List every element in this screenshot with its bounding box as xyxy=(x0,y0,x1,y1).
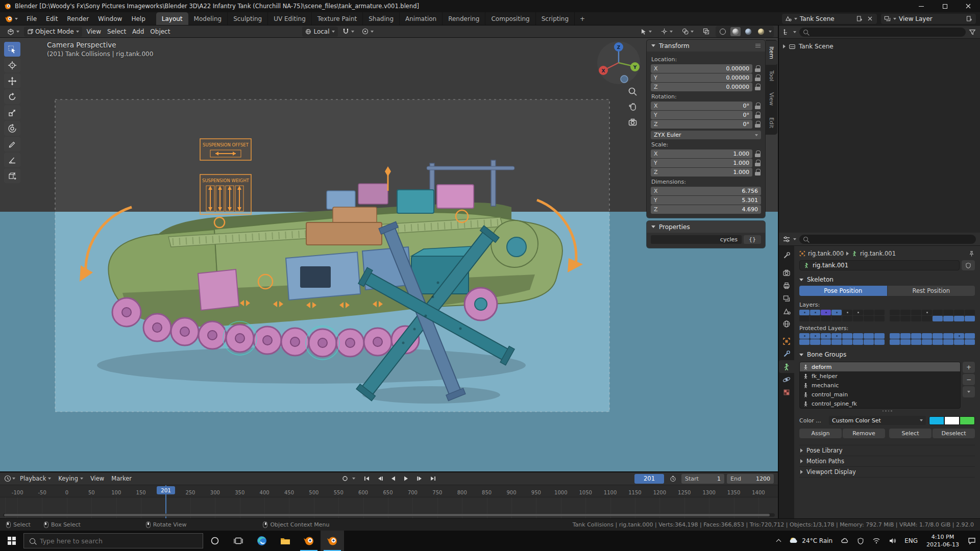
tool-cursor[interactable] xyxy=(4,58,20,72)
tool-annotate[interactable] xyxy=(4,137,20,152)
close-button[interactable] xyxy=(957,0,980,12)
maximize-button[interactable] xyxy=(933,0,957,12)
protected-layer-toggle[interactable] xyxy=(799,339,810,345)
armature-layer-toggle[interactable] xyxy=(900,310,911,315)
workspace-tab[interactable]: Animation xyxy=(400,12,443,25)
topbar-menu[interactable]: Render xyxy=(62,12,93,25)
npanel-tab[interactable]: Edit xyxy=(766,112,777,134)
topbar-menu[interactable]: Window xyxy=(93,12,127,25)
view-layer-selector[interactable]: View Layer xyxy=(881,14,976,24)
topbar-menu[interactable]: Help xyxy=(127,12,150,25)
tool-rotate[interactable] xyxy=(4,89,20,104)
npanel-tab[interactable]: Tool xyxy=(766,65,777,87)
bone-group-specials-button[interactable] xyxy=(963,386,975,397)
tool-measure[interactable] xyxy=(4,153,20,167)
protected-layer-toggle[interactable] xyxy=(965,333,975,339)
protected-layer-toggle[interactable] xyxy=(900,333,911,339)
topbar-menu[interactable]: File xyxy=(22,12,41,25)
tool-transform[interactable] xyxy=(4,121,20,136)
protected-layer-toggle[interactable] xyxy=(954,339,964,345)
bone-group-item[interactable]: deform xyxy=(800,362,960,371)
bone-group-action-button[interactable]: Deselect xyxy=(933,429,975,438)
shading-solid-button[interactable] xyxy=(730,27,741,36)
protected-layer-toggle[interactable] xyxy=(874,339,885,345)
blender-active-taskbar-button[interactable] xyxy=(321,531,344,551)
armature-layer-toggle[interactable] xyxy=(799,316,810,321)
protected-layer-toggle[interactable] xyxy=(874,333,885,339)
transform-orientation-selector[interactable]: Local xyxy=(302,27,337,37)
previous-keyframe-button[interactable] xyxy=(374,474,386,484)
armature-layer-toggle[interactable] xyxy=(890,316,900,321)
rest-position-button[interactable]: Rest Position xyxy=(888,286,975,296)
protected-layer-toggle[interactable] xyxy=(943,339,953,345)
lock-icon[interactable] xyxy=(754,74,761,81)
timeline-scrollbar[interactable] xyxy=(3,513,775,517)
properties-panel-header[interactable]: Properties xyxy=(647,221,765,233)
armature-datablock-field[interactable]: rig.tank.001 xyxy=(799,260,960,270)
npanel-tab[interactable]: View xyxy=(766,87,777,111)
rotation-mode-dropdown[interactable]: ZYX Euler xyxy=(651,131,761,139)
bone-groups-panel-header[interactable]: Bone Groups xyxy=(799,349,975,360)
properties-search-input[interactable] xyxy=(811,236,972,242)
protected-layer-toggle[interactable] xyxy=(965,339,975,345)
number-field[interactable]: X 0° xyxy=(651,102,752,110)
blender-taskbar-button[interactable] xyxy=(297,531,321,551)
fake-user-shield-button[interactable] xyxy=(962,260,975,270)
color-set-dropdown[interactable]: Custom Color Set xyxy=(829,416,926,425)
pan-hand-icon[interactable] xyxy=(628,102,638,112)
bone-group-action-button[interactable]: Select xyxy=(889,429,932,438)
protected-layer-toggle[interactable] xyxy=(933,339,943,345)
security-tray-icon[interactable] xyxy=(853,531,868,551)
lock-icon[interactable] xyxy=(754,84,761,90)
number-field[interactable]: Y 1.000 xyxy=(651,159,752,167)
protected-layer-toggle[interactable] xyxy=(821,333,831,339)
workspace-tab[interactable]: Layout xyxy=(156,12,188,25)
armature-layer-toggle[interactable] xyxy=(853,310,863,315)
tool-add-primitive[interactable] xyxy=(4,168,20,183)
action-center-button[interactable] xyxy=(964,531,980,551)
transform-panel-header[interactable]: Transform xyxy=(647,40,765,52)
collapsed-panel-header[interactable]: Viewport Display xyxy=(799,467,975,478)
lock-icon[interactable] xyxy=(754,151,761,157)
lock-icon[interactable] xyxy=(754,65,761,72)
bone-group-item[interactable]: mechanic xyxy=(800,381,960,390)
armature-layer-toggle[interactable] xyxy=(864,316,874,321)
proportional-edit-toggle[interactable] xyxy=(359,27,377,37)
protected-layer-toggle[interactable] xyxy=(911,333,921,339)
bone-group-action-button[interactable]: Remove xyxy=(843,429,885,438)
workspace-tab[interactable]: Compositing xyxy=(485,12,535,25)
protected-layer-toggle[interactable] xyxy=(911,339,921,345)
armature-layer-toggle[interactable] xyxy=(933,316,943,321)
shading-wireframe-button[interactable] xyxy=(718,27,728,36)
protected-layer-toggle[interactable] xyxy=(922,339,932,345)
3d-viewport[interactable]: SUSPENSION OFFSET SUSPENSION WEIGHT xyxy=(0,38,778,471)
timeline-ruler[interactable]: -100-50050100150200250300350400450500550… xyxy=(0,485,778,497)
normal-color-swatch[interactable] xyxy=(929,416,944,425)
number-field[interactable]: Y 0° xyxy=(651,111,752,119)
timeline-menu[interactable]: Keying xyxy=(55,475,87,482)
remove-bone-group-button[interactable]: − xyxy=(963,374,975,385)
start-button[interactable] xyxy=(0,531,23,551)
number-field[interactable]: Z 1.000 xyxy=(651,168,752,177)
tool-scale[interactable] xyxy=(4,105,20,120)
lock-icon[interactable] xyxy=(754,160,761,166)
tab-output[interactable] xyxy=(779,279,794,292)
armature-layer-toggle[interactable] xyxy=(842,310,852,315)
timeline-editor-icon[interactable] xyxy=(4,475,11,482)
lock-icon[interactable] xyxy=(754,169,761,176)
protected-layer-toggle[interactable] xyxy=(799,333,810,339)
xray-toggle[interactable] xyxy=(700,27,713,37)
timeline-menu[interactable]: Playback xyxy=(16,475,55,482)
protected-layer-toggle[interactable] xyxy=(864,333,874,339)
onedrive-tray-icon[interactable] xyxy=(837,531,853,551)
armature-layer-toggle[interactable] xyxy=(874,310,885,315)
workspace-tab[interactable]: Shading xyxy=(363,12,400,25)
workspace-tab[interactable]: Texture Paint xyxy=(312,12,363,25)
timeline-track-area[interactable]: -100-50050100150200250300350400450500550… xyxy=(0,485,778,518)
timeline-menu[interactable]: Marker xyxy=(108,475,135,482)
npanel-tab[interactable]: Item xyxy=(766,41,777,65)
viewport-menu[interactable]: Select xyxy=(104,27,129,37)
bone-group-item[interactable]: fk_helper xyxy=(800,371,960,381)
tab-view-layer[interactable] xyxy=(779,292,794,305)
show-hidden-icons-button[interactable] xyxy=(773,531,785,551)
